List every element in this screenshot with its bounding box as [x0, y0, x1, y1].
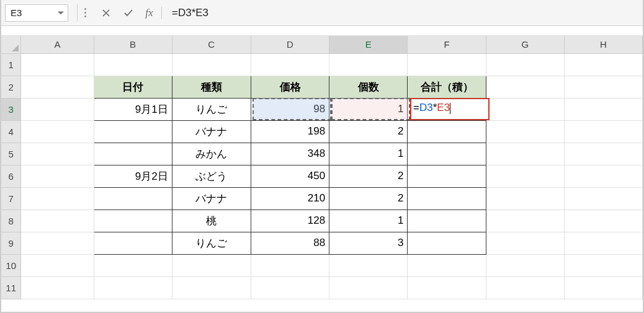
col-header-a[interactable]: A	[21, 36, 94, 53]
spreadsheet-grid[interactable]: A B C D E F G H 1	[1, 36, 643, 299]
col-header-b[interactable]: B	[94, 36, 172, 53]
cell-g7[interactable]	[486, 187, 564, 209]
row-header-10[interactable]: 10	[1, 254, 21, 276]
cell-e8[interactable]: 1	[329, 209, 408, 232]
enter-button[interactable]	[117, 4, 140, 22]
cell-a7[interactable]	[21, 187, 94, 209]
cell-h7[interactable]	[564, 187, 642, 209]
cell-g11[interactable]	[486, 276, 564, 299]
cell-a2[interactable]	[21, 76, 94, 98]
col-header-c[interactable]: C	[172, 36, 251, 53]
cell-g1[interactable]	[486, 53, 564, 76]
cell-b5[interactable]	[94, 143, 172, 165]
cell-d10[interactable]	[251, 254, 329, 276]
row-header-4[interactable]: 4	[1, 120, 21, 143]
cell-f6[interactable]	[408, 165, 486, 187]
cell-c6[interactable]: ぶどう	[172, 165, 251, 187]
name-box[interactable]: E3	[5, 4, 68, 22]
editing-cell-f3[interactable]: =D3*E3	[410, 98, 490, 120]
cell-g8[interactable]	[486, 209, 564, 232]
cell-a4[interactable]	[21, 120, 94, 143]
cell-h1[interactable]	[564, 53, 642, 76]
cell-b7[interactable]	[94, 187, 172, 209]
cell-c11[interactable]	[172, 276, 251, 299]
cell-e2[interactable]: 個数	[329, 76, 408, 98]
row-header-7[interactable]: 7	[1, 187, 21, 209]
cell-a6[interactable]	[21, 165, 94, 187]
cell-c10[interactable]	[172, 254, 251, 276]
col-header-e[interactable]: E	[329, 36, 408, 53]
cell-f4[interactable]	[408, 120, 486, 143]
cell-b8[interactable]	[94, 209, 172, 232]
cell-b6[interactable]: 9月2日	[94, 165, 172, 187]
cell-c9[interactable]: りんご	[172, 232, 251, 254]
cell-e9[interactable]: 3	[329, 232, 408, 254]
cell-d9[interactable]: 88	[251, 232, 329, 254]
cell-g9[interactable]	[486, 232, 564, 254]
cell-g10[interactable]	[486, 254, 564, 276]
cell-e5[interactable]: 1	[329, 143, 408, 165]
formula-input[interactable]: =D3*E3	[171, 7, 639, 19]
cell-f10[interactable]	[408, 254, 486, 276]
cell-h9[interactable]	[564, 232, 642, 254]
cell-h4[interactable]	[564, 120, 642, 143]
grid-area[interactable]: A B C D E F G H 1	[1, 36, 643, 312]
cell-a10[interactable]	[21, 254, 94, 276]
row-header-6[interactable]: 6	[1, 165, 21, 187]
cell-h10[interactable]	[564, 254, 642, 276]
cell-h8[interactable]	[564, 209, 642, 232]
cell-a11[interactable]	[21, 276, 94, 299]
cell-a5[interactable]	[21, 143, 94, 165]
cell-b10[interactable]	[94, 254, 172, 276]
cell-c4[interactable]: バナナ	[172, 120, 251, 143]
cell-e3[interactable]: 1	[329, 98, 408, 120]
cell-c1[interactable]	[172, 53, 251, 76]
cell-f11[interactable]	[408, 276, 486, 299]
cell-b2[interactable]: 日付	[94, 76, 172, 98]
cell-d5[interactable]: 348	[251, 143, 329, 165]
cell-e1[interactable]	[329, 53, 408, 76]
cell-f5[interactable]	[408, 143, 486, 165]
cell-b9[interactable]	[94, 232, 172, 254]
cell-e6[interactable]: 2	[329, 165, 408, 187]
cell-b3[interactable]: 9月1日	[94, 98, 172, 120]
cell-a8[interactable]	[21, 209, 94, 232]
cell-d8[interactable]: 128	[251, 209, 329, 232]
cell-d1[interactable]	[251, 53, 329, 76]
cell-e4[interactable]: 2	[329, 120, 408, 143]
cell-f1[interactable]	[408, 53, 486, 76]
cell-h3[interactable]	[564, 98, 642, 120]
cell-b4[interactable]	[94, 120, 172, 143]
cell-f2[interactable]: 合計（積）	[408, 76, 486, 98]
cell-d7[interactable]: 210	[251, 187, 329, 209]
cell-d3[interactable]: 98	[251, 98, 329, 120]
fx-button[interactable]: fx	[140, 7, 162, 19]
cell-a3[interactable]	[21, 98, 94, 120]
cell-g6[interactable]	[486, 165, 564, 187]
cell-c8[interactable]: 桃	[172, 209, 251, 232]
col-header-h[interactable]: H	[564, 36, 642, 53]
cell-f7[interactable]	[408, 187, 486, 209]
row-header-2[interactable]: 2	[1, 76, 21, 98]
cell-e10[interactable]	[329, 254, 408, 276]
cell-g3[interactable]	[486, 98, 564, 120]
cell-b11[interactable]	[94, 276, 172, 299]
cell-d2[interactable]: 価格	[251, 76, 329, 98]
row-header-1[interactable]: 1	[1, 53, 21, 76]
drag-handle-icon[interactable]	[84, 6, 86, 20]
cell-c2[interactable]: 種類	[172, 76, 251, 98]
col-header-g[interactable]: G	[486, 36, 564, 53]
cell-g4[interactable]	[486, 120, 564, 143]
cell-e11[interactable]	[329, 276, 408, 299]
cell-f9[interactable]	[408, 232, 486, 254]
row-header-9[interactable]: 9	[1, 232, 21, 254]
cell-e7[interactable]: 2	[329, 187, 408, 209]
cell-c7[interactable]: バナナ	[172, 187, 251, 209]
cell-c3[interactable]: りんご	[172, 98, 251, 120]
cancel-button[interactable]	[95, 4, 117, 22]
cell-c5[interactable]: みかん	[172, 143, 251, 165]
cell-h6[interactable]	[564, 165, 642, 187]
cell-d4[interactable]: 198	[251, 120, 329, 143]
cell-g5[interactable]	[486, 143, 564, 165]
cell-d11[interactable]	[251, 276, 329, 299]
